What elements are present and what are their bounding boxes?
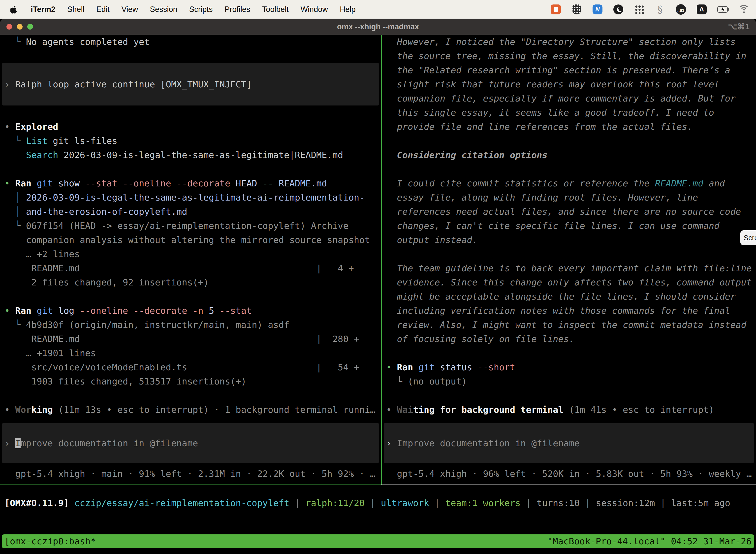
text-run: | [290, 498, 306, 508]
window-title-bar: omx --xhigh --madmax ⌥⌘1 [0, 19, 756, 35]
text-run: ralph:11/20 [306, 498, 365, 508]
text-run: | [521, 498, 537, 508]
prompt-placeholder: Improve documentation in @filename [397, 438, 580, 448]
text-run: Search [26, 150, 58, 160]
text-run: The team guideline is to back every impo… [386, 263, 752, 273]
text-run: the "Related research writing" section i… [386, 65, 730, 75]
menu-item-window[interactable]: Window [301, 5, 328, 14]
blank-line [0, 106, 381, 120]
injected-command-box: › Ralph loop active continue [OMX_TMUX_I… [2, 63, 379, 106]
text-run: | [429, 498, 445, 508]
terminal-line: changes, I can't cite specific file line… [382, 219, 756, 233]
battery-status-icon[interactable] [717, 4, 728, 15]
terminal-line: this single essay, it seems like a good … [382, 106, 756, 120]
text-run: output instead. [386, 235, 478, 245]
terminal-line: However, I noticed the "Directory Struct… [382, 35, 756, 49]
pane-divider-vertical[interactable] [381, 35, 382, 485]
text-run: └ [4, 37, 26, 47]
menu-item-edit[interactable]: Edit [96, 5, 109, 14]
text-run: status [440, 362, 478, 372]
menu-item-shell[interactable]: Shell [67, 5, 84, 14]
text-run: --short [478, 362, 515, 372]
prompt-chevron-icon: › [386, 438, 397, 448]
squiggle-icon: § [657, 4, 663, 15]
terminal-line: └ No agents completed yet [0, 35, 381, 49]
left-prompt-input[interactable]: › Improve documentation in @filename [2, 423, 379, 463]
text-run: Wor [15, 404, 31, 415]
text-run: No agents completed yet [26, 37, 150, 47]
terminal-line: evidence. Since this change only affects… [382, 275, 756, 289]
text-run: Ran [15, 178, 37, 188]
shield-grid-icon[interactable] [571, 4, 582, 15]
letter-a-app-icon[interactable]: A [696, 4, 707, 15]
screen-popup-button[interactable]: Scre [740, 230, 756, 245]
text-run: changes, I can't cite specific file line… [386, 221, 719, 231]
terminal-line: └ 067f154 (HEAD -> essay/ai-reimplementa… [0, 219, 381, 233]
text-cursor: I [15, 438, 20, 448]
blank-line [382, 346, 756, 360]
text-run: … +2 lines [4, 249, 80, 259]
menu-item-session[interactable]: Session [150, 5, 177, 14]
terminal-line: 1903 files changed, 513517 insertions(+) [0, 374, 381, 388]
menu-item-iterm2[interactable]: iTerm2 [31, 5, 55, 14]
text-run: ting for background terminal [413, 404, 564, 415]
blank-line [382, 247, 756, 261]
menu-item-profiles[interactable]: Profiles [225, 5, 250, 14]
text-run: the source tree, missing the essay. Stil… [386, 51, 746, 61]
text-run: │ [4, 207, 26, 217]
menu-item-scripts[interactable]: Scripts [189, 5, 213, 14]
menu-item-toolbelt[interactable]: Toolbelt [262, 5, 289, 14]
blank-line [382, 162, 756, 176]
terminal-line: The team guideline is to back every impo… [382, 261, 756, 275]
terminal-line: companion analysis without altering the … [0, 233, 381, 247]
blue-badge-icon[interactable]: N [592, 4, 603, 15]
terminal-line: provide file and line references from th… [382, 120, 756, 134]
dots-grid-icon[interactable] [634, 4, 644, 15]
crescent-app-icon[interactable] [613, 4, 624, 15]
terminal-line: src/voice/voiceModeEnabled.ts | 54 + [0, 360, 381, 374]
text-run: └ 4b9d30f (origin/main, instructkr/main,… [4, 320, 290, 330]
menu-bar: iTerm2ShellEditViewSessionScriptsProfile… [0, 0, 756, 19]
terminal-line: essay file, along with finding root file… [382, 190, 756, 205]
menu-item-view[interactable]: View [122, 5, 138, 14]
menu-item-help[interactable]: Help [340, 5, 356, 14]
apple-menu-icon[interactable] [10, 4, 19, 14]
terminal-line: the "Related research writing" section i… [382, 63, 756, 77]
screen-popup-label: Scre [744, 234, 756, 242]
right-prompt-input[interactable]: › Improve documentation in @filename [384, 423, 754, 463]
text-run: --stat [219, 306, 252, 316]
squiggle-app-icon[interactable]: § [655, 4, 665, 15]
terminal-line: might be acceptable alongside the file l… [382, 289, 756, 303]
text-run: └ 067f154 (HEAD -> essay/ai-reimplementa… [4, 221, 349, 231]
text-run: └ [4, 136, 26, 146]
text-run: │ [4, 192, 26, 203]
left-session-status: gpt-5.4 xhigh · main · 91% left · 2.31M … [0, 466, 381, 481]
text-run: ultrawork [381, 498, 429, 508]
terminal-line: the source tree, missing the essay. Stil… [382, 49, 756, 63]
terminal-pane-right[interactable]: However, I noticed the "Directory Struct… [382, 35, 756, 485]
terminal-line: └ (no output) [382, 374, 756, 388]
omx-status-line: [OMX#0.11.9] cczip/essay/ai-reimplementa… [0, 496, 730, 510]
terminal-line: of focusing solely on file lines. [382, 332, 756, 346]
text-run: README.md | 280 + [4, 334, 359, 344]
text-run: --decorate [177, 178, 236, 188]
lightning-icon: N [592, 4, 603, 14]
terminal-line: └ List git ls-files [0, 134, 381, 148]
chat-app-icon[interactable] [551, 4, 561, 15]
text-run: [OMX#0.11.9] [4, 498, 69, 508]
text-run: I could cite commit statistics or refere… [386, 178, 655, 188]
text-run: and [703, 178, 725, 188]
wifi-status-icon[interactable] [738, 4, 749, 15]
text-run: essay file, along with finding root file… [386, 192, 698, 203]
terminal-line: README.md | 4 + [0, 261, 381, 275]
text-run: 5 [209, 306, 219, 316]
text-run: List [26, 136, 48, 146]
terminal-pane-left[interactable]: └ No agents completed yet› Ralph loop ac… [0, 35, 381, 485]
text-run: companion file, especially if more comme… [386, 93, 736, 104]
terminal-line: └ 4b9d30f (origin/main, instructkr/main,… [0, 318, 381, 332]
text-run: Ran [397, 362, 419, 372]
counter-badge-icon[interactable]: ..61 [676, 4, 686, 15]
prompt-chevron-icon: › [4, 438, 15, 448]
text-run: --stat [85, 178, 123, 188]
text-run: src/voice/voiceModeEnabled.ts | 54 + [4, 362, 359, 372]
